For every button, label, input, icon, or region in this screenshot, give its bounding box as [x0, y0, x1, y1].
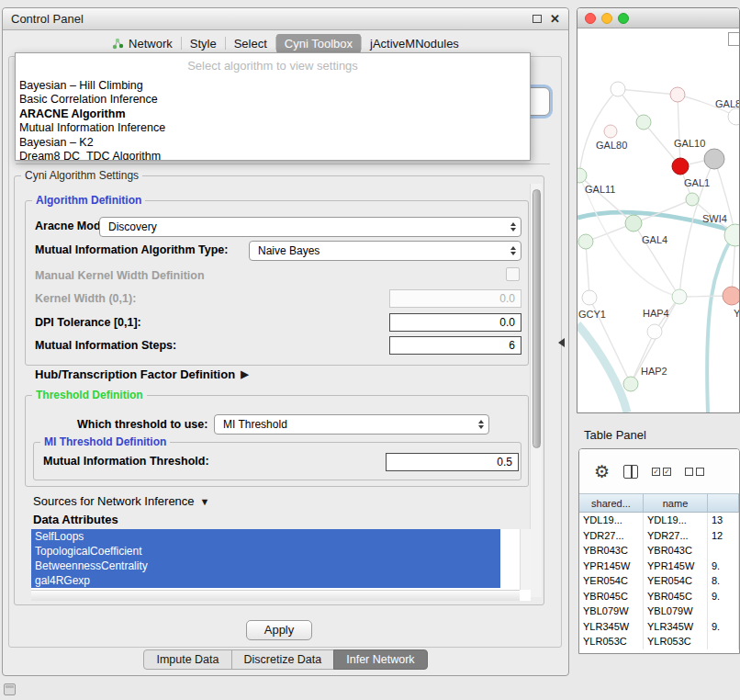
network-node[interactable]	[623, 377, 638, 391]
algorithm-option[interactable]: Dream8 DC_TDC Algorithm	[16, 150, 530, 161]
combo-value: MI Threshold	[223, 418, 287, 431]
table-toolbar: ⚙ ✓✓	[579, 449, 739, 493]
table-cell: YLR053C	[644, 634, 708, 649]
network-node[interactable]	[578, 234, 593, 249]
network-canvas[interactable]: GAL8GAL80GAL10GAL11GAL1SWI4GAL4GCY1HAP4Y…	[577, 28, 739, 412]
network-edge	[618, 89, 678, 95]
network-node[interactable]	[728, 108, 739, 125]
table-row[interactable]: YDL19...YDL19...13	[579, 513, 739, 528]
network-node[interactable]	[672, 289, 687, 304]
mi-algorithm-type-combobox[interactable]: Naive Bayes	[249, 241, 521, 261]
tab-label: Network	[129, 37, 173, 51]
table-row[interactable]: YBL079WYBL079W	[579, 604, 739, 619]
algorithm-option[interactable]: Bayesian – Hill Climbing	[16, 79, 530, 93]
list-vertical-scrollbar[interactable]	[520, 529, 531, 590]
kernel-width-label: Kernel Width (0,1):	[35, 292, 136, 305]
network-node[interactable]	[611, 82, 625, 96]
tab-network[interactable]: Network	[104, 34, 181, 53]
table-row[interactable]: YBR043CYBR043C	[579, 543, 739, 559]
settings-scrollbar[interactable]	[530, 184, 542, 597]
network-node[interactable]	[625, 215, 642, 231]
algorithm-option[interactable]: ARACNE Algorithm	[16, 107, 530, 121]
column-header[interactable]: shared...	[579, 494, 644, 512]
table-row[interactable]: YBR045CYBR045C9.	[579, 589, 739, 604]
algorithm-option[interactable]: Bayesian – K2	[16, 136, 530, 150]
network-node[interactable]	[647, 324, 662, 339]
tab-jactivemnodules[interactable]: jActiveMNodules	[362, 34, 467, 53]
table-cell: YDL19...	[644, 513, 708, 528]
algorithm-definition-group: Algorithm Definition Aracne Mode: Discov…	[25, 200, 529, 366]
float-window-icon[interactable]	[533, 15, 542, 23]
hub-transcription-factor-section[interactable]: Hub/Transcription Factor Definition ▶	[35, 367, 249, 381]
dpi-tolerance-field[interactable]: 0.0	[389, 313, 521, 332]
mi-steps-field[interactable]: 6	[389, 336, 521, 355]
table-cell: YBR045C	[579, 589, 644, 604]
attribute-list-item[interactable]: TopologicalCoefficient	[31, 544, 500, 559]
network-node[interactable]	[582, 290, 597, 305]
tab-style[interactable]: Style	[182, 34, 225, 53]
gear-icon[interactable]: ⚙	[594, 463, 610, 480]
algorithm-dropdown-list: Bayesian – Hill ClimbingBasic Correlatio…	[16, 79, 530, 161]
zoom-traffic-light-icon[interactable]	[618, 13, 629, 24]
close-traffic-light-icon[interactable]	[585, 13, 596, 24]
node-label: HAP2	[641, 366, 667, 377]
collapse-down-icon[interactable]: ▼	[200, 496, 210, 507]
list-horizontal-scrollbar[interactable]	[31, 590, 520, 601]
tab-infer-network[interactable]: Infer Network	[333, 649, 427, 670]
control-panel-window: Control Panel ✕ Network Style Select Cyn…	[2, 7, 569, 676]
manual-kernel-width-label: Manual Kernel Width Definition	[35, 269, 205, 282]
table-cell: YBR045C	[644, 589, 708, 604]
table-cell: YLR053C	[579, 634, 644, 649]
network-node[interactable]	[672, 158, 689, 175]
show-checked-columns-icon[interactable]: ✓✓	[652, 468, 671, 476]
attribute-list-item[interactable]: BetweennessCentrality	[31, 559, 500, 573]
algorithm-option[interactable]: Mutual Information Inference	[16, 121, 530, 135]
attribute-list-item[interactable]: gal4RGexp	[31, 573, 500, 588]
panel-collapse-arrow-icon[interactable]	[558, 338, 565, 347]
table-cell	[708, 604, 739, 619]
minimize-traffic-light-icon[interactable]	[601, 13, 612, 24]
node-label: GAL80	[596, 140, 627, 151]
node-label: GAL10	[674, 138, 705, 149]
network-node[interactable]	[723, 287, 739, 305]
apply-button[interactable]: Apply	[246, 620, 312, 640]
column-layout-icon[interactable]	[623, 465, 638, 479]
mi-threshold-field[interactable]: 0.5	[386, 453, 519, 471]
tab-impute-data[interactable]: Impute Data	[143, 649, 231, 670]
data-attributes-listbox: SelfLoopsTopologicalCoefficientBetweenne…	[31, 529, 531, 601]
hide-columns-icon[interactable]	[685, 468, 704, 476]
table-row[interactable]: YLR053CYLR053C	[579, 634, 739, 649]
expand-right-icon[interactable]: ▶	[241, 368, 248, 380]
sources-for-network-inference-section[interactable]: Sources for Network Inference ▼	[33, 494, 209, 508]
network-edge	[678, 95, 680, 166]
table-row[interactable]: YDR27...YDR27...12	[579, 528, 739, 544]
network-window-titlebar[interactable]	[577, 8, 739, 28]
close-icon[interactable]: ✕	[550, 13, 560, 25]
network-node[interactable]	[604, 125, 617, 138]
tab-discretize-data[interactable]: Discretize Data	[231, 649, 335, 670]
unchecked-box-icon	[685, 468, 693, 476]
manual-kernel-width-checkbox[interactable]	[506, 267, 520, 281]
checked-box-icon: ✓	[652, 468, 660, 476]
minimized-window-icon[interactable]	[4, 683, 16, 695]
control-panel-titlebar[interactable]: Control Panel ✕	[3, 8, 568, 30]
table-row[interactable]: YPR145WYPR145W9.	[579, 559, 739, 574]
algorithm-option[interactable]: Basic Correlation Inference	[16, 93, 530, 107]
mi-threshold-definition-group: MI Threshold Definition Mutual Informati…	[33, 442, 521, 480]
tab-cyni-toolbox[interactable]: Cyni Toolbox	[276, 34, 361, 53]
table-row[interactable]: YER054CYER054C8.	[579, 573, 739, 589]
column-header[interactable]: name	[644, 494, 708, 512]
attribute-list-item[interactable]: SelfLoops	[31, 529, 500, 544]
which-threshold-combobox[interactable]: MI Threshold	[214, 414, 489, 435]
kernel-width-field[interactable]: 0.0	[389, 289, 521, 308]
tab-select[interactable]: Select	[226, 34, 275, 53]
table-cell: YPR145W	[644, 559, 708, 574]
network-node[interactable]	[704, 149, 724, 169]
network-node[interactable]	[686, 193, 699, 206]
column-header[interactable]	[708, 494, 739, 512]
network-node[interactable]	[636, 115, 651, 130]
table-row[interactable]: YLR345WYLR345W9.	[579, 619, 739, 635]
network-node[interactable]	[670, 87, 685, 102]
aracne-mode-combobox[interactable]: Discovery	[99, 217, 521, 237]
scrollbar-thumb[interactable]	[533, 189, 541, 448]
